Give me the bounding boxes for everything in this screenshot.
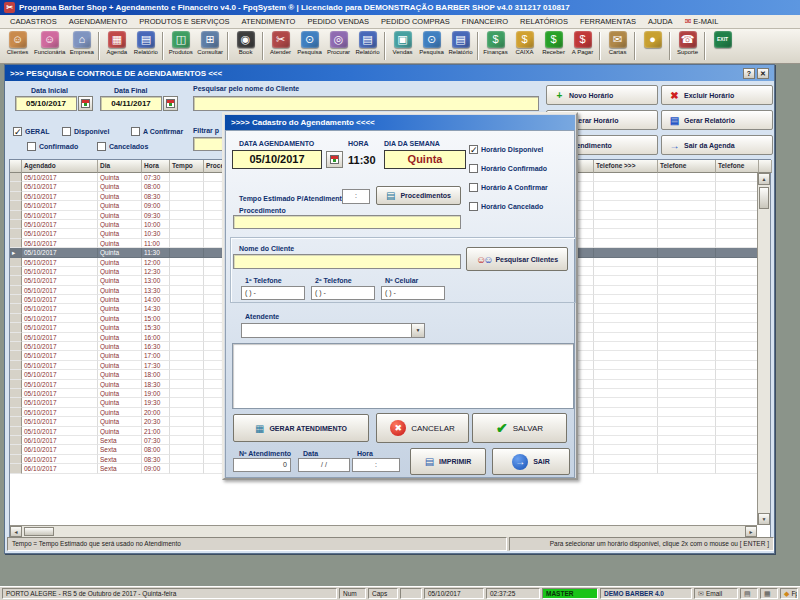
dialog-calendar-button[interactable] [326,151,343,168]
menu-item-agendamento[interactable]: AGENDAMENTO [63,17,134,26]
gerar-atendimento-button[interactable]: ▦ GERAR ATENDIMENTO [233,414,369,442]
dialog-title-bar[interactable]: >>>> Cadastro do Agendamento <<<< [225,115,575,130]
procedimentos-button[interactable]: ▤ Procedimentos [376,186,461,205]
scroll-down-icon[interactable]: ▼ [758,513,770,525]
sair-button[interactable]: → SAIR [492,448,570,475]
menu-item-cadastros[interactable]: CADASTROS [4,17,63,26]
nome-cliente-input[interactable] [233,254,461,269]
grid-horizontal-scrollbar[interactable]: ◄ ► [10,525,757,537]
toolbar-relatorio-vendas-button[interactable]: ▤Relatório [446,31,475,62]
vertical-scroll-thumb[interactable] [759,187,769,209]
data-agendamento-value[interactable]: 05/10/2017 [232,150,322,169]
menu-item-e-mail[interactable]: ✉E-MAIL [679,17,725,26]
grid-header-hora[interactable]: Hora [142,160,170,173]
novo-horario-button[interactable]: +Novo Horário [546,85,658,105]
gerar-relatorio-button[interactable]: ▤Gerar Relatório [661,110,773,130]
toolbar-clientes-button[interactable]: ☺Clientes [3,31,32,62]
grid-header-marker[interactable] [10,160,22,173]
sair-da-agenda-button[interactable]: →Sair da Agenda [661,135,773,155]
cancelar-button[interactable]: ✖ CANCELAR [376,413,469,443]
menu-item-produtos-e-servicos[interactable]: PRODUTOS E SERVIÇOS [133,17,235,26]
dialog-listbox[interactable] [232,343,574,409]
grid-cell: Quinta [98,408,142,417]
grid-header-agendado[interactable]: Agendado [22,160,98,173]
toolbar-financas-button[interactable]: $Finanças [481,31,510,62]
data-final-input[interactable]: 04/11/2017 [100,96,162,111]
toolbar-empresa-button[interactable]: ⌂Empresa [67,31,96,62]
data-inicial-calendar-button[interactable] [78,96,93,111]
grid-header-telefone[interactable]: Telefone >>> [594,160,658,173]
toolbar-pesquisa-atendimento-button[interactable]: ⊙Pesquisa [295,31,324,62]
data-final-calendar-button[interactable] [163,96,178,111]
toolbar-exit-button[interactable]: EXIT [708,31,737,62]
scroll-left-icon[interactable]: ◄ [10,526,22,537]
atendente-combobox[interactable]: ▼ [241,323,425,338]
dialog-checkbox-horario-disponivel[interactable]: ✓Horário Disponível [469,145,543,154]
toolbar-funcionaria-button[interactable]: ☺Funcionária [32,31,67,62]
toolbar-vendas-button[interactable]: ▣Vendas [388,31,417,62]
imprimir-button[interactable]: ▤ IMPRIMIR [410,448,486,475]
menu-item-pedido-compras[interactable]: PEDIDO COMPRAS [375,17,456,26]
procedimento-input[interactable] [233,215,461,229]
toolbar-consultar-button[interactable]: ⊞Consultar [195,31,225,62]
celular-input[interactable]: ( ) - [381,286,445,300]
filter-label: Filtrar p [193,127,219,134]
status-email[interactable]: ✉Email [694,588,738,599]
scroll-right-icon[interactable]: ► [745,526,757,537]
data-inicial-input[interactable]: 05/10/2017 [15,96,77,111]
grid-cell [658,342,716,351]
grid-cell [716,211,757,220]
toolbar-a-pagar-button[interactable]: $A Pagar [568,31,597,62]
dialog-checkbox-horario-cancelado[interactable]: Horário Cancelado [469,202,543,211]
menu-item-relatorios[interactable]: RELATÓRIOS [514,17,574,26]
tempo-estimado-input[interactable]: : [342,189,370,204]
toolbar-cartas-button[interactable]: ✉Cartas [603,31,632,62]
toolbar-agenda-button[interactable]: ▦Agenda [102,31,131,62]
menu-item-ferramentas[interactable]: FERRAMENTAS [574,17,642,26]
toolbar-relatorio-atendimento-button[interactable]: ▤Relatório [353,31,382,62]
grid-header-telefone[interactable]: Telefone [658,160,716,173]
toolbar-suporte-button[interactable]: ☎Suporte [673,31,702,62]
hora-atendimento-input[interactable]: : [352,458,400,472]
horizontal-scroll-thumb[interactable] [24,527,54,536]
menu-item-financeiro[interactable]: FINANCEIRO [456,17,514,26]
grid-header-dia[interactable]: Dia [98,160,142,173]
toolbar-caixa-button[interactable]: $CAIXA [510,31,539,62]
menu-item-atendimento[interactable]: ATENDIMENTO [235,17,301,26]
filter-checkbox-disponivel[interactable]: Disponível [62,127,109,136]
agenda-window-title-bar[interactable]: >>> PESQUISA E CONTROLE DE AGENDAMENTOS … [5,65,774,81]
grid-header-telefone[interactable]: Telefone [716,160,759,173]
filter-checkbox-a-confirmar[interactable]: A Confirmar [131,127,183,136]
menu-item-pedido-vendas[interactable]: PEDIDO VENDAS [301,17,375,26]
window-close-button[interactable]: ✕ [757,68,769,79]
chevron-down-icon[interactable]: ▼ [411,324,424,337]
menu-item-ajuda[interactable]: AJUDA [642,17,679,26]
status-icon-cell-1[interactable]: ▤ [740,588,758,599]
toolbar-book-button[interactable]: ◉Book [231,31,260,62]
filter-checkbox-geral[interactable]: ✓GERAL [13,127,50,136]
filter-checkbox-cancelados[interactable]: Cancelados [97,142,148,151]
excluir-horario-button[interactable]: ✖Excluir Horário [661,85,773,105]
grid-header-tempo[interactable]: Tempo [170,160,204,173]
data-atendimento-input[interactable]: / / [298,458,350,472]
toolbar-receber-button[interactable]: $Receber [539,31,568,62]
grid-vertical-scrollbar[interactable]: ▲ ▼ [757,173,770,525]
status-icon-cell-2[interactable]: ▦ [760,588,778,599]
salvar-button[interactable]: ✔ SALVAR [472,413,567,443]
toolbar-atender-button[interactable]: ✂Atender [266,31,295,62]
window-help-button[interactable]: ? [743,68,755,79]
search-input[interactable] [193,96,539,111]
toolbar-moedas-button[interactable]: ● [638,31,667,62]
toolbar-procurar-button[interactable]: ◎Procurar [324,31,353,62]
toolbar-relatorio-agenda-button[interactable]: ▤Relatório [131,31,160,62]
toolbar-produtos-button[interactable]: ◫Produtos [166,31,195,62]
toolbar-pesquisa-vendas-button[interactable]: ⊙Pesquisa [417,31,446,62]
telefone2-input[interactable]: ( ) - [311,286,375,300]
telefone1-input[interactable]: ( ) - [241,286,305,300]
scroll-up-icon[interactable]: ▲ [758,173,770,185]
numero-atendimento-input[interactable]: 0 [233,458,291,472]
dialog-checkbox-horario-confirmado[interactable]: Horário Confirmado [469,164,547,173]
pesquisar-clientes-button[interactable]: ☺☺ Pesquisar Clientes [466,247,568,271]
filter-checkbox-confirmado[interactable]: Confirmado [27,142,78,151]
dialog-checkbox-horario-a-confirmar[interactable]: Horário A Confirmar [469,183,548,192]
